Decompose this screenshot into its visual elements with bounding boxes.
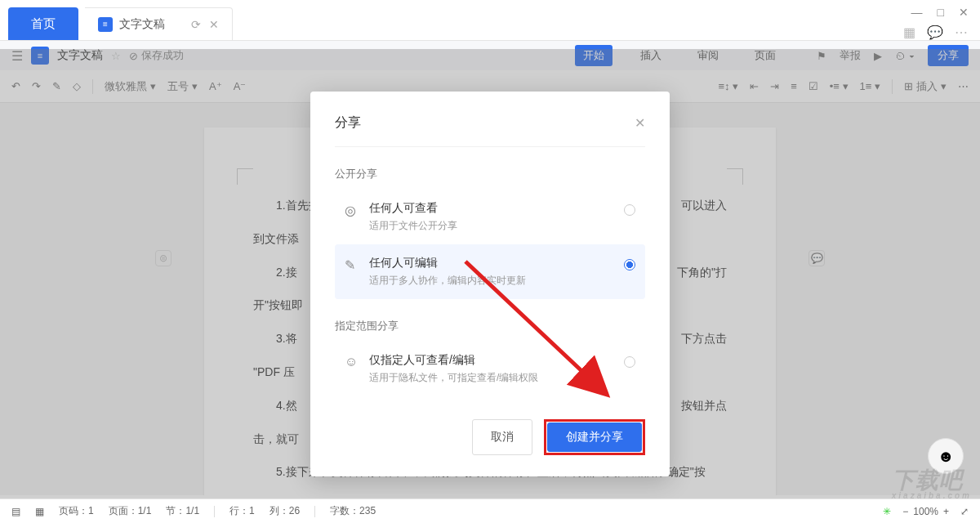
status-bar: ▤ ▦ 页码：1 页面：1/1 节：1/1 行：1 列：26 字数：235 ✳ … (0, 498, 980, 523)
status-col: 列：26 (270, 504, 300, 518)
status-page: 页面：1/1 (109, 504, 152, 518)
option-title: 仅指定人可查看/编辑 (369, 353, 614, 368)
zoom-in[interactable]: + (943, 506, 949, 517)
dialog-close-icon[interactable]: ✕ (635, 115, 645, 131)
grid-icon[interactable]: ▦ (902, 25, 916, 39)
option-desc: 适用于文件公开分享 (369, 219, 614, 233)
status-pagecode: 页码：1 (59, 504, 94, 518)
wechat-icon[interactable]: ✳ (883, 506, 891, 517)
highlight-annotation: 创建并分享 (544, 419, 645, 455)
window-maximize[interactable]: □ (938, 6, 944, 19)
status-words: 字数：235 (330, 504, 376, 518)
view-outline-icon[interactable]: ▦ (35, 506, 44, 517)
option-title: 任何人可查看 (369, 201, 614, 216)
section-specified: 指定范围分享 (335, 319, 645, 333)
tab-document[interactable]: ≡ 文字文稿 ⟳ ✕ (85, 7, 233, 40)
zoom-out[interactable]: − (902, 506, 908, 517)
radio-icon (624, 356, 635, 368)
window-minimize[interactable]: — (911, 6, 923, 19)
window-close[interactable]: ✕ (959, 6, 969, 19)
fit-icon[interactable]: ⤢ (960, 506, 969, 517)
status-row: 行：1 (229, 504, 255, 518)
radio-icon (624, 204, 635, 216)
cancel-button[interactable]: 取消 (472, 419, 532, 455)
view-page-icon[interactable]: ▤ (11, 506, 20, 517)
zoom-value: 100% (913, 506, 938, 517)
person-icon: ☺ (345, 355, 359, 369)
status-section: 节：1/1 (166, 504, 199, 518)
option-desc: 适用于隐私文件，可指定查看/编辑权限 (369, 371, 614, 385)
tab-bar: 首页 ≡ 文字文稿 ⟳ ✕ (0, 0, 980, 41)
tab-home[interactable]: 首页 (8, 7, 78, 40)
tab-refresh-icon[interactable]: ⟳ (191, 18, 201, 31)
option-anyone-view[interactable]: ◎ 任何人可查看 适用于文件公开分享 (335, 190, 645, 244)
doc-icon: ≡ (98, 17, 113, 32)
eye-icon: ◎ (345, 203, 359, 218)
chat-icon[interactable]: 💬 (928, 25, 942, 39)
option-specified[interactable]: ☺ 仅指定人可查看/编辑 适用于隐私文件，可指定查看/编辑权限 (335, 342, 645, 396)
dialog-title: 分享 (335, 114, 361, 132)
radio-icon (624, 259, 635, 270)
watermark: 下载吧 xiazaiba.com (892, 465, 972, 500)
create-share-button[interactable]: 创建并分享 (547, 422, 642, 452)
option-title: 任何人可编辑 (369, 256, 614, 270)
option-desc: 适用于多人协作，编辑内容实时更新 (369, 274, 614, 288)
section-public: 公开分享 (335, 167, 645, 181)
tab-close-icon[interactable]: ✕ (209, 18, 219, 31)
pencil-icon: ✎ (345, 257, 359, 273)
menu-icon[interactable]: ⋯ (954, 25, 969, 39)
option-anyone-edit[interactable]: ✎ 任何人可编辑 适用于多人协作，编辑内容实时更新 (335, 244, 645, 299)
tab-document-label: 文字文稿 (119, 17, 165, 32)
share-dialog: 分享 ✕ 公开分享 ◎ 任何人可查看 适用于文件公开分享 ✎ 任何人可编辑 适用… (310, 92, 670, 476)
